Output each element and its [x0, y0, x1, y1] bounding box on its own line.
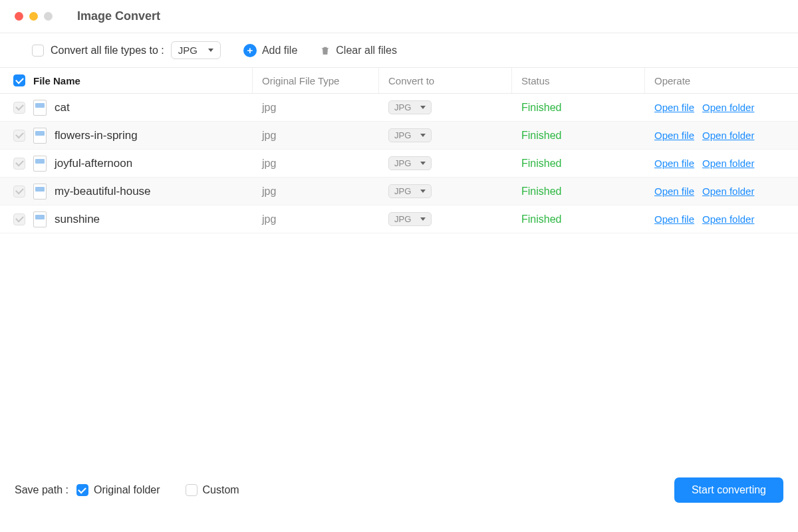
original-file-type: jpg — [262, 130, 276, 142]
close-window-button[interactable] — [15, 12, 23, 21]
col-status: Status — [512, 68, 645, 93]
original-folder-checkbox[interactable] — [76, 484, 88, 496]
trash-icon — [320, 45, 331, 57]
table-row: my-beautiful-housejpgJPGFinishedOpen fil… — [0, 178, 798, 205]
open-file-link[interactable]: Open file — [654, 213, 694, 225]
window-controls — [15, 12, 53, 21]
original-file-type: jpg — [262, 158, 276, 170]
row-convert-to-select[interactable]: JPG — [388, 212, 432, 226]
save-path-label: Save path : — [15, 484, 68, 496]
col-file-name: File Name — [0, 68, 253, 93]
status-text: Finished — [521, 130, 561, 142]
open-file-link[interactable]: Open file — [654, 158, 694, 169]
open-file-link[interactable]: Open file — [654, 102, 694, 113]
row-checkbox[interactable] — [13, 213, 25, 225]
open-folder-link[interactable]: Open folder — [702, 213, 754, 225]
file-icon — [33, 156, 47, 172]
chevron-down-icon — [208, 49, 213, 52]
app-title: Image Convert — [77, 9, 160, 23]
file-name: joyful-afternoon — [55, 157, 132, 170]
add-file-label: Add file — [262, 45, 297, 57]
app-window: Image Convert Convert all file types to … — [0, 0, 798, 532]
file-name: my-beautiful-house — [55, 185, 151, 198]
table-body: catjpgJPGFinishedOpen fileOpen folderflo… — [0, 94, 798, 233]
open-folder-link[interactable]: Open folder — [702, 186, 754, 197]
clear-all-label: Clear all files — [336, 45, 397, 57]
row-checkbox[interactable] — [13, 158, 25, 170]
chevron-down-icon — [420, 217, 426, 221]
footer: Save path : Original folder Custom Start… — [0, 477, 798, 503]
open-file-link[interactable]: Open file — [654, 186, 694, 197]
open-folder-link[interactable]: Open folder — [702, 130, 754, 141]
original-file-type: jpg — [262, 102, 276, 114]
col-original-type: Original File Type — [253, 68, 379, 93]
chevron-down-icon — [420, 190, 426, 193]
row-convert-to-select[interactable]: JPG — [388, 100, 432, 114]
row-convert-to-value: JPG — [394, 102, 411, 112]
convert-all-format-value: JPG — [178, 45, 198, 56]
add-file-button[interactable]: + Add file — [243, 44, 297, 57]
file-table: File Name Original File Type Convert to … — [0, 68, 798, 233]
maximize-window-button[interactable] — [44, 12, 53, 21]
file-icon — [33, 100, 47, 116]
table-row: flowers-in-springjpgJPGFinishedOpen file… — [0, 122, 798, 150]
file-name: flowers-in-spring — [55, 129, 138, 142]
file-name: sunshine — [55, 213, 100, 226]
file-icon — [33, 128, 47, 144]
row-checkbox[interactable] — [13, 130, 25, 142]
table-row: joyful-afternoonjpgJPGFinishedOpen fileO… — [0, 150, 798, 178]
chevron-down-icon — [420, 162, 426, 165]
col-operate: Operate — [645, 68, 798, 93]
row-convert-to-select[interactable]: JPG — [388, 184, 432, 198]
row-convert-to-select[interactable]: JPG — [388, 156, 432, 170]
clear-all-button[interactable]: Clear all files — [320, 45, 397, 57]
save-path-group: Save path : Original folder Custom — [15, 484, 239, 496]
row-checkbox[interactable] — [13, 102, 25, 114]
table-header: File Name Original File Type Convert to … — [0, 68, 798, 94]
select-all-checkbox[interactable] — [13, 74, 25, 86]
plus-icon: + — [243, 44, 257, 57]
start-converting-button[interactable]: Start converting — [674, 477, 783, 503]
convert-all-checkbox[interactable] — [32, 45, 44, 57]
row-checkbox[interactable] — [13, 186, 25, 198]
row-convert-to-value: JPG — [394, 158, 411, 168]
row-convert-to-value: JPG — [394, 130, 411, 140]
row-convert-to-select[interactable]: JPG — [388, 128, 432, 142]
original-file-type: jpg — [262, 213, 276, 225]
open-folder-link[interactable]: Open folder — [702, 102, 754, 113]
custom-path-label: Custom — [203, 484, 239, 496]
original-file-type: jpg — [262, 186, 276, 198]
file-icon — [33, 211, 47, 227]
table-row: catjpgJPGFinishedOpen fileOpen folder — [0, 94, 798, 122]
file-icon — [33, 184, 47, 200]
row-convert-to-value: JPG — [394, 186, 411, 196]
minimize-window-button[interactable] — [29, 12, 38, 21]
convert-all-format-select[interactable]: JPG — [171, 41, 221, 59]
open-folder-link[interactable]: Open folder — [702, 158, 754, 169]
convert-all-label: Convert all file types to : — [51, 45, 164, 57]
title-bar: Image Convert — [0, 0, 798, 33]
status-text: Finished — [521, 102, 561, 114]
status-text: Finished — [521, 158, 561, 170]
status-text: Finished — [521, 213, 561, 225]
row-convert-to-value: JPG — [394, 214, 411, 224]
open-file-link[interactable]: Open file — [654, 130, 694, 141]
chevron-down-icon — [420, 134, 426, 137]
original-folder-label: Original folder — [94, 484, 160, 496]
toolbar: Convert all file types to : JPG + Add fi… — [0, 33, 798, 68]
custom-path-checkbox[interactable] — [186, 484, 198, 496]
status-text: Finished — [521, 186, 561, 198]
chevron-down-icon — [420, 106, 426, 109]
col-convert-to: Convert to — [379, 68, 512, 93]
table-row: sunshinejpgJPGFinishedOpen fileOpen fold… — [0, 205, 798, 233]
file-name: cat — [55, 101, 70, 114]
col-file-name-label: File Name — [33, 75, 80, 86]
